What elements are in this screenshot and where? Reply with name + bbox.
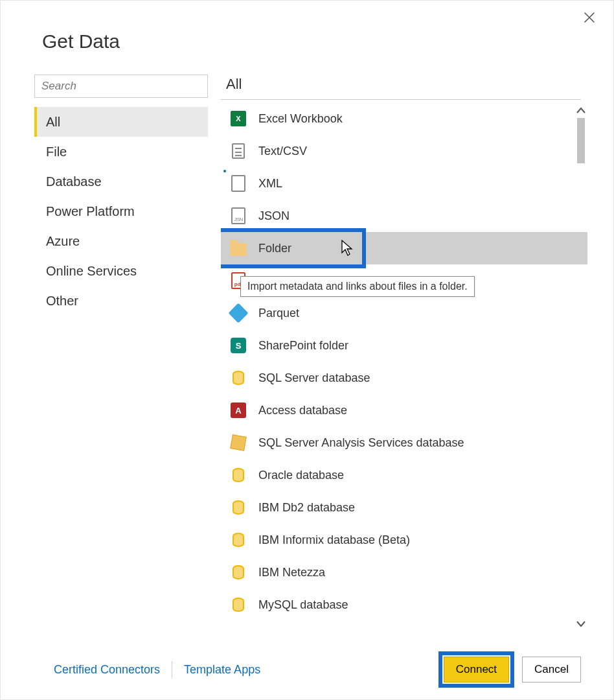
category-label: All: [46, 115, 60, 130]
connector-item-xml[interactable]: XML: [221, 167, 587, 200]
connector-label: SharePoint folder: [258, 339, 348, 353]
scrollbar-thumb[interactable]: [577, 118, 585, 163]
connector-label: SQL Server Analysis Services database: [258, 436, 464, 450]
category-item-power-platform[interactable]: Power Platform: [34, 196, 208, 226]
category-label: Other: [46, 294, 78, 309]
connector-item-text-csv[interactable]: Text/CSV: [221, 135, 587, 167]
connector-item-folder[interactable]: Folder: [221, 232, 587, 264]
connector-panel: All XExcel WorkbookText/CSVXMLJSNJSONFol…: [221, 75, 587, 632]
scrollbar[interactable]: [574, 102, 587, 632]
get-data-dialog: Get Data AllFileDatabasePower PlatformAz…: [0, 0, 614, 700]
xml-icon: [230, 175, 247, 192]
connector-item-netezza[interactable]: IBM Netezza: [221, 556, 587, 589]
category-list: AllFileDatabasePower PlatformAzureOnline…: [34, 107, 221, 316]
connector-item-json[interactable]: JSNJSON: [221, 200, 587, 232]
certified-connectors-link[interactable]: Certified Connectors: [42, 663, 172, 677]
category-label: Power Platform: [46, 204, 135, 219]
connector-label: IBM Db2 database: [258, 501, 355, 515]
connector-label: Excel Workbook: [258, 112, 343, 126]
category-item-database[interactable]: Database: [34, 167, 208, 196]
connector-label: Text/CSV: [258, 145, 307, 158]
category-label: Azure: [46, 234, 80, 249]
database-icon: [230, 467, 247, 484]
access-icon: A: [230, 402, 247, 419]
scrollbar-track[interactable]: [574, 118, 587, 616]
sharepoint-icon: S: [230, 337, 247, 354]
connector-label: Parquet: [258, 307, 299, 320]
connector-label: SQL Server database: [258, 371, 370, 385]
database-icon: [230, 596, 247, 613]
category-item-online-services[interactable]: Online Services: [34, 256, 208, 286]
database-icon: [230, 564, 247, 581]
connect-button[interactable]: Connect: [444, 657, 509, 682]
close-icon: [584, 10, 595, 27]
json-icon: JSN: [230, 207, 247, 224]
category-item-file[interactable]: File: [34, 137, 208, 167]
dialog-footer: Certified Connectors Template Apps Conne…: [27, 645, 587, 686]
doc-icon: [230, 143, 247, 159]
connector-list-header: All: [221, 75, 581, 100]
parquet-icon: [230, 305, 247, 321]
connector-item-mysql[interactable]: MySQL database: [221, 589, 587, 621]
connector-item-db2[interactable]: IBM Db2 database: [221, 491, 587, 524]
connector-item-access[interactable]: AAccess database: [221, 394, 587, 426]
connector-item-ssas[interactable]: SQL Server Analysis Services database: [221, 426, 587, 459]
category-item-azure[interactable]: Azure: [34, 226, 208, 256]
connector-label: XML: [258, 177, 282, 191]
connector-label: IBM Netezza: [258, 566, 325, 579]
dialog-body: AllFileDatabasePower PlatformAzureOnline…: [27, 75, 587, 632]
category-label: Online Services: [46, 264, 137, 279]
cancel-button[interactable]: Cancel: [522, 657, 581, 682]
cube-icon: [230, 434, 247, 451]
folder-icon: [230, 240, 247, 257]
connector-item-excel[interactable]: XExcel Workbook: [221, 102, 587, 135]
connector-label: IBM Informix database (Beta): [258, 533, 410, 547]
database-icon: [230, 531, 247, 548]
search-input[interactable]: [34, 75, 208, 98]
database-icon: [230, 499, 247, 516]
database-icon: [230, 369, 247, 386]
scroll-down-button[interactable]: [574, 616, 587, 632]
category-label: Database: [46, 174, 102, 189]
category-label: File: [46, 145, 67, 159]
category-item-all[interactable]: All: [34, 107, 208, 137]
connector-label: JSON: [258, 209, 290, 223]
connector-label: Access database: [258, 404, 347, 417]
connector-item-oracle[interactable]: Oracle database: [221, 459, 587, 491]
connector-list: XExcel WorkbookText/CSVXMLJSNJSONFolderp…: [221, 102, 587, 621]
category-item-other[interactable]: Other: [34, 286, 208, 316]
connector-label: Oracle database: [258, 469, 344, 482]
connector-item-sp-folder[interactable]: SSharePoint folder: [221, 329, 587, 362]
connector-scroll-area: XExcel WorkbookText/CSVXMLJSNJSONFolderp…: [221, 102, 587, 632]
footer-links: Certified Connectors Template Apps: [42, 661, 272, 678]
connector-item-informix[interactable]: IBM Informix database (Beta): [221, 524, 587, 556]
dialog-title: Get Data: [42, 30, 587, 52]
footer-buttons: Connect Cancel: [444, 657, 581, 682]
connector-item-parquet[interactable]: Parquet: [221, 297, 587, 329]
close-button[interactable]: [580, 11, 599, 27]
connector-label: Folder: [258, 242, 291, 255]
template-apps-link[interactable]: Template Apps: [172, 663, 272, 677]
excel-icon: X: [230, 110, 247, 127]
connector-label: MySQL database: [258, 598, 348, 612]
scroll-up-button[interactable]: [574, 102, 587, 118]
connector-item-sql-server[interactable]: SQL Server database: [221, 362, 587, 394]
category-panel: AllFileDatabasePower PlatformAzureOnline…: [27, 75, 221, 632]
connector-tooltip: Import metadata and links about files in…: [240, 276, 475, 297]
